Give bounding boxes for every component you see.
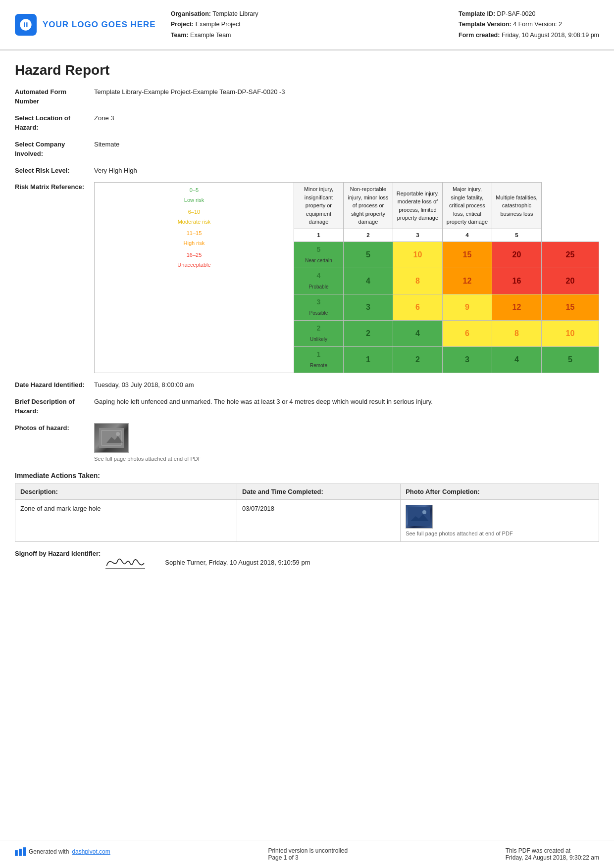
consequence-num-3: 3 xyxy=(393,229,442,241)
risk-legend-box: 0–5Low risk 6–10Moderate risk 11–15High … xyxy=(98,186,291,270)
footer-logo-icon xyxy=(15,847,26,856)
svg-point-3 xyxy=(422,510,426,514)
action-photo-icon xyxy=(408,507,430,526)
consequence-header-3: Reportable injury, moderate loss of proc… xyxy=(393,183,442,229)
cell-4-3: 8 xyxy=(393,268,442,294)
immediate-actions-table: Description: Date and Time Completed: Ph… xyxy=(15,483,599,542)
actions-table-header-row: Description: Date and Time Completed: Ph… xyxy=(15,484,599,500)
consequence-num-5: 5 xyxy=(492,229,541,241)
team-label: Team: xyxy=(171,32,189,39)
project-line: Project: Example Project xyxy=(171,19,444,30)
org-line: Organisation: Template Library xyxy=(171,9,444,19)
header-right: Template ID: DP-SAF-0020 Template Versio… xyxy=(459,9,599,41)
cell-4-1: 4Probable xyxy=(294,268,343,294)
template-version-line: Template Version: 4 Form Version: 2 xyxy=(459,19,599,30)
cell-1-4: 3 xyxy=(442,347,492,373)
footer-uncontrolled: Printed version is uncontrolled xyxy=(268,847,348,854)
photos-caption: See full page photos attached at end of … xyxy=(94,455,599,463)
photos-label: Photos of hazard: xyxy=(15,423,94,463)
signoff-row: Signoff by Hazard Identifier: Sophie Tur… xyxy=(15,549,599,576)
risk-legend-cell: 0–5Low risk 6–10Moderate risk 11–15High … xyxy=(95,183,294,373)
footer-right: This PDF was created at Friday, 24 Augus… xyxy=(506,847,599,861)
hazard-photo-thumbnail xyxy=(94,423,129,453)
action-photo-caption-1: See full page photos attached at end of … xyxy=(406,530,594,536)
footer-center: Printed version is uncontrolled Page 1 o… xyxy=(268,847,348,861)
cell-2-2: 2 xyxy=(343,321,393,347)
signoff-name: Sophie Turner, Friday, 10 August 2018, 9… xyxy=(165,559,310,566)
date-hazard-row: Date Hazard Identified: Tuesday, 03 July… xyxy=(15,380,599,390)
svg-rect-5 xyxy=(15,850,18,856)
signoff-content: Sophie Turner, Friday, 10 August 2018, 9… xyxy=(101,549,310,576)
cell-3-3: 6 xyxy=(393,294,442,321)
consequence-num-4: 4 xyxy=(442,229,492,241)
cell-2-3: 4 xyxy=(393,321,442,347)
location-row: Select Location of Hazard: Zone 3 xyxy=(15,113,599,133)
actions-row-1: Zone of and mark large hole 03/07/2018 S… xyxy=(15,500,599,542)
brief-description-row: Brief Description of Hazard: Gaping hole… xyxy=(15,397,599,416)
consequence-num-2: 2 xyxy=(343,229,393,241)
template-id-label: Template ID: xyxy=(459,10,495,17)
header: YOUR LOGO GOES HERE Organisation: Templa… xyxy=(0,0,614,50)
actions-col-date-header: Date and Time Completed: xyxy=(237,484,401,500)
cell-2-6: 10 xyxy=(541,321,599,347)
project-value: Example Project xyxy=(196,21,241,28)
action-photo-1: See full page photos attached at end of … xyxy=(401,500,599,542)
immediate-actions-heading: Immediate Actions Taken: xyxy=(15,472,599,480)
svg-point-1 xyxy=(116,432,120,436)
template-id-line: Template ID: DP-SAF-0020 xyxy=(459,9,599,19)
cell-2-4: 6 xyxy=(442,321,492,347)
cell-4-6: 20 xyxy=(541,268,599,294)
cell-5-6: 25 xyxy=(541,242,599,268)
photos-row: Photos of hazard: See full page photos a… xyxy=(15,423,599,463)
form-created-line: Form created: Friday, 10 August 2018, 9:… xyxy=(459,30,599,41)
cell-1-1: 1Remote xyxy=(294,347,343,373)
company-label: Select Company Involved: xyxy=(15,140,94,159)
risk-matrix-row: Risk Matrix Reference: 0–5Low risk 6–10M… xyxy=(15,182,599,373)
consequence-num-1: 1 xyxy=(294,229,343,241)
footer-generated-prefix: Generated with xyxy=(29,848,69,855)
cell-4-5: 16 xyxy=(492,268,541,294)
consequence-header-5: Multiple fatalities, catastrophic busine… xyxy=(492,183,541,229)
cell-1-6: 5 xyxy=(541,347,599,373)
logo-box: YOUR LOGO GOES HERE xyxy=(15,14,156,36)
header-middle: Organisation: Template Library Project: … xyxy=(156,9,459,41)
cell-4-2: 4 xyxy=(343,268,393,294)
risk-matrix-value: 0–5Low risk 6–10Moderate risk 11–15High … xyxy=(94,182,599,373)
date-hazard-label: Date Hazard Identified: xyxy=(15,380,94,390)
org-value: Template Library xyxy=(212,10,258,17)
legend-item-4: 16–25Unacceptable xyxy=(98,250,291,270)
team-value: Example Team xyxy=(190,32,231,39)
footer-page: Page 1 of 3 xyxy=(268,854,348,861)
template-version-label: Template Version: xyxy=(459,21,512,28)
legend-item-3: 11–15High risk xyxy=(98,229,291,248)
main-content: Hazard Report Automated Form Number Temp… xyxy=(0,50,614,616)
actions-col-desc-header: Description: xyxy=(15,484,237,500)
photo-icon xyxy=(99,428,124,448)
automated-form-row: Automated Form Number Template Library-E… xyxy=(15,87,599,106)
cell-1-5: 4 xyxy=(492,347,541,373)
footer-generated-link[interactable]: dashpivot.com xyxy=(72,848,110,855)
cell-2-1: 2Unlikely xyxy=(294,321,343,347)
action-photo-thumbnail-1 xyxy=(406,505,433,529)
org-label: Organisation: xyxy=(171,10,211,17)
form-created-value: Friday, 10 August 2018, 9:08:19 pm xyxy=(502,32,599,39)
cell-3-1: 3Possible xyxy=(294,294,343,321)
page-title: Hazard Report xyxy=(15,62,599,78)
cell-1-2: 1 xyxy=(343,347,393,373)
cell-3-5: 12 xyxy=(492,294,541,321)
cell-5-5: 20 xyxy=(492,242,541,268)
legend-item-1: 0–5Low risk xyxy=(98,186,291,205)
location-value: Zone 3 xyxy=(94,113,599,133)
brief-description-label: Brief Description of Hazard: xyxy=(15,397,94,416)
cell-5-1: 5Near certain xyxy=(294,242,343,268)
company-row: Select Company Involved: Sitemate xyxy=(15,140,599,159)
cell-3-4: 9 xyxy=(442,294,492,321)
form-version-value: 2 xyxy=(559,21,562,28)
footer-pdf-text: This PDF was created at xyxy=(506,847,599,854)
cell-2-5: 8 xyxy=(492,321,541,347)
cell-1-3: 2 xyxy=(393,347,442,373)
legend-item-2: 6–10Moderate risk xyxy=(98,207,291,227)
risk-matrix-table: 0–5Low risk 6–10Moderate risk 11–15High … xyxy=(94,182,599,373)
company-value: Sitemate xyxy=(94,140,599,159)
footer: Generated with dashpivot.com Printed ver… xyxy=(0,840,614,868)
